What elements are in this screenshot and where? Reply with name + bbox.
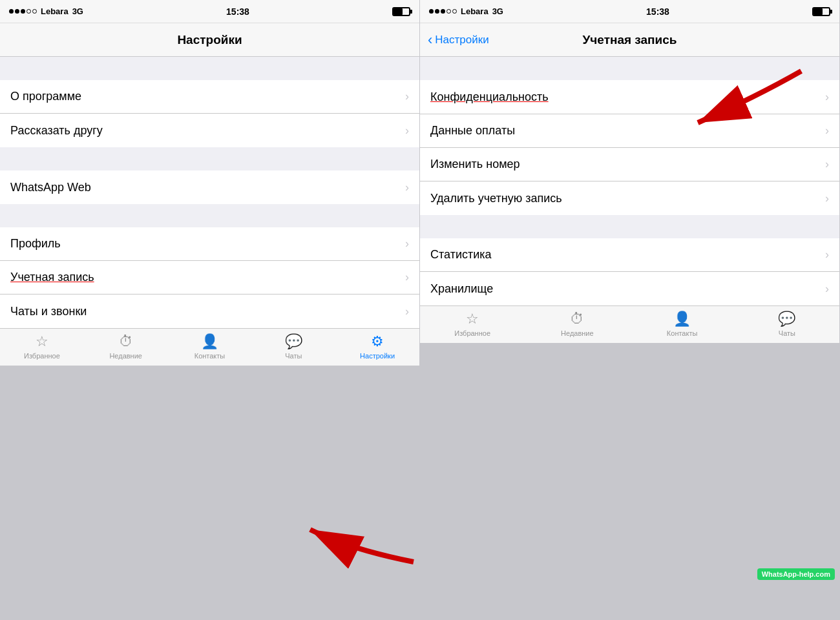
- tab-contacts-left[interactable]: 👤 Контакты: [168, 333, 252, 360]
- spacer-1-left: [0, 57, 419, 80]
- menu-item-about[interactable]: О программе ›: [0, 80, 419, 114]
- network-right: 3G: [492, 6, 503, 16]
- carrier-right: Lebara 3G: [429, 6, 503, 16]
- tab-contacts-right[interactable]: 👤 Контакты: [630, 311, 735, 337]
- tab-bar-right: ☆ Избранное ⏱ Недавние 👤 Контакты 💬 Чаты: [420, 305, 839, 343]
- menu-section-3-left: Профиль › Учетная запись › Чаты и звонки…: [0, 227, 419, 328]
- menu-item-stats-label: Статистика: [430, 248, 492, 262]
- menu-section-3-right: Статистика › Хранилище ›: [420, 238, 839, 305]
- spacer-3-left: [0, 204, 419, 227]
- spacer-2-right: [420, 215, 839, 238]
- chevron-stats: ›: [825, 248, 829, 262]
- menu-section-2-right: Данные оплаты › Изменить номер › Удалить…: [420, 114, 839, 215]
- tab-recent-left[interactable]: ⏱ Недавние: [84, 333, 168, 360]
- menu-item-delete-account-label: Удалить учетную запись: [430, 192, 562, 205]
- menu-item-storage[interactable]: Хранилище ›: [420, 272, 839, 305]
- menu-item-account-label: Учетная запись: [10, 271, 94, 284]
- menu-item-whatsapp-web[interactable]: WhatsApp Web ›: [0, 170, 419, 204]
- tab-chats-label-right: Чаты: [779, 329, 795, 337]
- nav-back-button[interactable]: ‹ Настройки: [428, 33, 489, 47]
- nav-title-left: Настройки: [177, 33, 242, 47]
- status-bar-right: Lebara 3G 15:38: [420, 0, 839, 23]
- tab-contacts-icon-left: 👤: [201, 333, 218, 350]
- time-right: 15:38: [646, 6, 669, 17]
- tab-chats-left[interactable]: 💬 Чаты: [251, 333, 335, 360]
- tab-contacts-icon-right: 👤: [673, 311, 691, 327]
- carrier-name-left: Lebara: [41, 6, 68, 16]
- status-bar-left: Lebara 3G 15:38: [0, 0, 419, 23]
- tab-favorites-left[interactable]: ☆ Избранное: [0, 333, 84, 360]
- back-chevron: ‹: [428, 33, 432, 47]
- red-arrow-left: [297, 491, 426, 568]
- menu-item-delete-account[interactable]: Удалить учетную запись ›: [420, 181, 839, 215]
- menu-item-profile[interactable]: Профиль ›: [0, 227, 419, 261]
- chevron-storage: ›: [825, 282, 829, 296]
- nav-back-text: Настройки: [435, 34, 488, 46]
- menu-item-chats[interactable]: Чаты и звонки ›: [0, 294, 419, 328]
- menu-item-storage-label: Хранилище: [430, 282, 493, 296]
- tab-favorites-icon-right: ☆: [466, 311, 479, 327]
- tab-favorites-label-left: Избранное: [24, 352, 60, 360]
- tab-favorites-label-right: Избранное: [454, 329, 490, 337]
- carrier-left: Lebara 3G: [9, 6, 83, 16]
- time-left: 15:38: [226, 6, 249, 17]
- tab-recent-right[interactable]: ⏱ Недавние: [525, 311, 629, 337]
- battery-icon-right: [812, 7, 830, 16]
- menu-item-stats[interactable]: Статистика ›: [420, 238, 839, 272]
- tab-favorites-right[interactable]: ☆ Избранное: [420, 311, 525, 337]
- spacer-2-left: [0, 147, 419, 170]
- battery-icon-left: [392, 7, 410, 16]
- chevron-chats: ›: [405, 305, 409, 318]
- menu-item-payment[interactable]: Данные оплаты ›: [420, 114, 839, 148]
- menu-section-1-right: Конфиденциальность ›: [420, 80, 839, 114]
- tab-recent-icon-left: ⏱: [119, 333, 133, 350]
- carrier-name-right: Lebara: [461, 6, 488, 16]
- chevron-privacy: ›: [825, 90, 829, 104]
- tab-favorites-icon-left: ☆: [36, 333, 48, 350]
- network-left: 3G: [72, 6, 83, 16]
- signal-left: [9, 9, 37, 14]
- tab-settings-label-left: Настройки: [360, 352, 395, 360]
- menu-section-1-left: О программе › Рассказать другу ›: [0, 80, 419, 147]
- tab-chats-label-left: Чаты: [285, 352, 302, 360]
- tab-settings-left[interactable]: ⚙ Настройки: [335, 333, 419, 360]
- chevron-profile: ›: [405, 237, 409, 251]
- tab-recent-label-left: Недавние: [109, 352, 142, 360]
- chevron-whatsapp-web: ›: [405, 181, 409, 194]
- tab-bar-left: ☆ Избранное ⏱ Недавние 👤 Контакты 💬 Чаты…: [0, 328, 419, 366]
- chevron-delete-account: ›: [825, 192, 829, 205]
- menu-item-payment-label: Данные оплаты: [430, 124, 515, 138]
- menu-item-profile-label: Профиль: [10, 237, 61, 251]
- menu-item-tell-friend[interactable]: Рассказать другу ›: [0, 114, 419, 147]
- menu-item-privacy[interactable]: Конфиденциальность ›: [420, 80, 839, 114]
- tab-recent-label-right: Недавние: [561, 329, 594, 337]
- chevron-tell-friend: ›: [405, 124, 409, 138]
- menu-item-tell-friend-label: Рассказать другу: [10, 124, 103, 138]
- menu-item-account[interactable]: Учетная запись ›: [0, 261, 419, 294]
- signal-right: [429, 9, 457, 14]
- tab-recent-icon-right: ⏱: [570, 311, 584, 327]
- menu-item-about-label: О программе: [10, 90, 81, 103]
- nav-title-right: Учетная запись: [582, 33, 677, 47]
- chevron-payment: ›: [825, 124, 829, 138]
- tab-settings-icon-left: ⚙: [371, 333, 384, 350]
- tab-contacts-label-right: Контакты: [667, 329, 698, 337]
- menu-item-privacy-label: Конфиденциальность: [430, 90, 549, 104]
- menu-item-chats-label: Чаты и звонки: [10, 305, 87, 318]
- watermark: WhatsApp-help.com: [757, 568, 835, 580]
- menu-item-whatsapp-web-label: WhatsApp Web: [10, 181, 91, 194]
- menu-item-change-number-label: Изменить номер: [430, 158, 520, 171]
- nav-bar-right: ‹ Настройки Учетная запись: [420, 23, 839, 57]
- chevron-account: ›: [405, 271, 409, 284]
- chevron-about: ›: [405, 90, 409, 103]
- chevron-change-number: ›: [825, 158, 829, 171]
- spacer-1-right: [420, 57, 839, 80]
- tab-chats-icon-right: 💬: [778, 311, 795, 327]
- battery-left: [392, 7, 410, 16]
- battery-right: [812, 7, 830, 16]
- menu-item-change-number[interactable]: Изменить номер ›: [420, 148, 839, 181]
- tab-chats-right[interactable]: 💬 Чаты: [735, 311, 839, 337]
- nav-bar-left: Настройки: [0, 23, 419, 57]
- menu-section-2-left: WhatsApp Web ›: [0, 170, 419, 204]
- tab-contacts-label-left: Контакты: [194, 352, 226, 360]
